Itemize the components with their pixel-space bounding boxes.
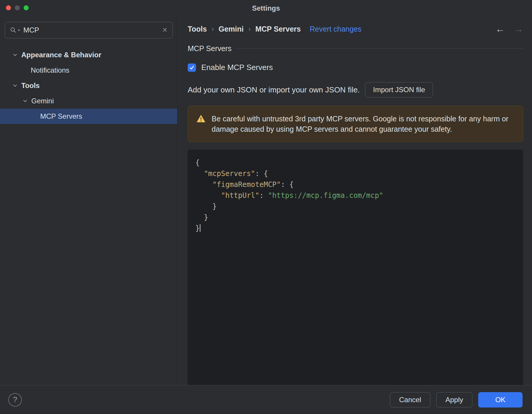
settings-main-panel: Tools › Gemini › MCP Servers Revert chan… <box>178 17 532 385</box>
section-header: MCP Servers <box>188 44 523 53</box>
settings-content: ▾ ✕ Appearance & Behavior Notifications … <box>0 17 532 385</box>
section-divider <box>237 48 523 49</box>
enable-mcp-checkbox[interactable] <box>188 63 196 72</box>
json-editor[interactable]: { "mcpServers": { "figmaRemoteMCP": { "h… <box>188 150 523 385</box>
sidebar-item-label: Tools <box>21 82 40 90</box>
cancel-button[interactable]: Cancel <box>390 392 430 408</box>
search-input[interactable] <box>23 26 162 34</box>
footer-bar: ? Cancel Apply OK <box>0 385 532 414</box>
breadcrumb: Tools › Gemini › MCP Servers Revert chan… <box>188 24 523 34</box>
sidebar-item-mcp-servers[interactable]: MCP Servers <box>0 109 177 124</box>
warning-banner: Be careful with untrusted 3rd party MCP … <box>188 106 523 142</box>
chevron-down-icon[interactable] <box>21 98 29 104</box>
sidebar-item-label: Gemini <box>31 97 54 105</box>
sidebar-item-label: Notifications <box>31 66 69 74</box>
minimize-window-icon[interactable] <box>15 5 20 10</box>
chevron-down-icon[interactable] <box>11 52 19 58</box>
sidebar-item-label: Appearance & Behavior <box>21 51 101 59</box>
sidebar-item-tools[interactable]: Tools <box>0 78 177 93</box>
ok-button[interactable]: OK <box>478 392 523 408</box>
enable-mcp-row: Enable MCP Servers <box>188 63 523 72</box>
warning-triangle-icon <box>196 114 206 124</box>
add-json-row: Add your own JSON or import your own JSO… <box>188 82 523 97</box>
import-json-file-button[interactable]: Import JSON file <box>365 82 433 97</box>
text-caret <box>200 224 200 232</box>
chevron-down-icon[interactable] <box>11 83 19 89</box>
search-history-chevron-icon[interactable]: ▾ <box>18 28 20 32</box>
back-arrow-icon[interactable]: ← <box>495 24 505 34</box>
warning-text: Be careful with untrusted 3rd party MCP … <box>212 114 515 134</box>
section-title: MCP Servers <box>188 44 231 53</box>
breadcrumb-item-gemini[interactable]: Gemini <box>218 25 244 33</box>
settings-search-field[interactable]: ▾ ✕ <box>5 22 173 38</box>
enable-mcp-label: Enable MCP Servers <box>201 63 273 72</box>
sidebar-item-notifications[interactable]: Notifications <box>0 63 177 78</box>
help-button[interactable]: ? <box>8 393 22 407</box>
traffic-lights <box>6 5 29 10</box>
search-icon <box>10 27 17 34</box>
chevron-right-icon: › <box>212 25 214 33</box>
sidebar-item-appearance-behavior[interactable]: Appearance & Behavior <box>0 47 177 63</box>
settings-tree: Appearance & Behavior Notifications Tool… <box>0 47 177 124</box>
add-json-text: Add your own JSON or import your own JSO… <box>188 85 360 94</box>
chevron-right-icon: › <box>248 25 251 33</box>
revert-changes-link[interactable]: Revert changes <box>310 25 361 33</box>
breadcrumb-item-tools[interactable]: Tools <box>188 25 207 33</box>
window-title: Settings <box>252 4 280 12</box>
zoom-window-icon[interactable] <box>24 5 29 10</box>
breadcrumb-item-mcp-servers: MCP Servers <box>255 25 301 33</box>
clear-search-icon[interactable]: ✕ <box>162 26 168 34</box>
settings-sidebar: ▾ ✕ Appearance & Behavior Notifications … <box>0 17 178 385</box>
sidebar-item-label: MCP Servers <box>40 112 82 120</box>
close-window-icon[interactable] <box>6 5 11 10</box>
sidebar-item-gemini[interactable]: Gemini <box>0 93 177 109</box>
forward-arrow-icon: → <box>514 24 523 34</box>
apply-button[interactable]: Apply <box>436 392 472 408</box>
titlebar: Settings <box>0 0 532 17</box>
